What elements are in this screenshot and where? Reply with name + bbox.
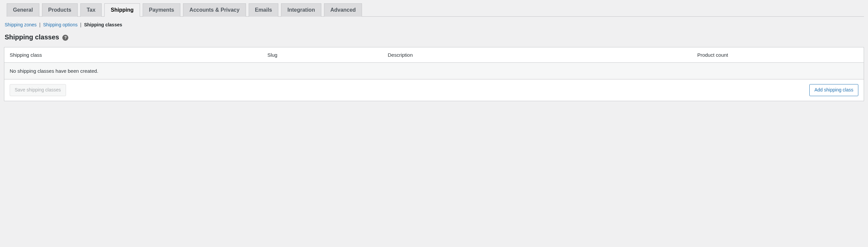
subnav-shipping-zones[interactable]: Shipping zones	[5, 22, 37, 27]
separator: |	[80, 22, 82, 27]
subnav-shipping-classes: Shipping classes	[84, 22, 122, 27]
tab-advanced[interactable]: Advanced	[324, 3, 362, 17]
tab-payments[interactable]: Payments	[143, 3, 181, 17]
tab-tax[interactable]: Tax	[80, 3, 102, 17]
tab-emails[interactable]: Emails	[249, 3, 279, 17]
empty-state-message: No shipping classes have been created.	[4, 63, 864, 79]
tab-integration[interactable]: Integration	[281, 3, 321, 17]
tab-general[interactable]: General	[7, 3, 39, 17]
help-icon[interactable]: ?	[62, 35, 68, 41]
tab-products[interactable]: Products	[42, 3, 78, 17]
shipping-subnav: Shipping zones | Shipping options | Ship…	[5, 22, 864, 27]
save-shipping-classes-button: Save shipping classes	[10, 84, 66, 96]
column-header-description: Description	[382, 47, 692, 63]
shipping-classes-table: Shipping class Slug Description Product …	[4, 47, 864, 101]
column-header-product-count: Product count	[692, 47, 864, 63]
tab-shipping[interactable]: Shipping	[104, 3, 140, 17]
column-header-slug: Slug	[262, 47, 382, 63]
column-header-shipping-class: Shipping class	[4, 47, 262, 63]
separator: |	[39, 22, 41, 27]
subnav-shipping-options[interactable]: Shipping options	[43, 22, 78, 27]
settings-tabs: General Products Tax Shipping Payments A…	[7, 0, 864, 17]
tab-accounts-privacy[interactable]: Accounts & Privacy	[183, 3, 246, 17]
page-title: Shipping classes	[5, 33, 59, 41]
add-shipping-class-button[interactable]: Add shipping class	[809, 84, 858, 96]
